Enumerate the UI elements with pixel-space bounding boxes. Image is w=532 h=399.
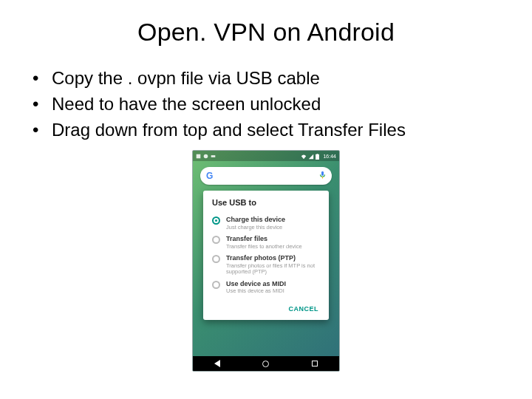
usb-option-transfer-files[interactable]: Transfer files Transfer files to another…	[212, 232, 320, 251]
option-label: Charge this device	[226, 216, 320, 223]
bullet-item: Copy the . ovpn file via USB cable	[33, 66, 510, 92]
option-subtext: Transfer files to another device	[226, 244, 320, 250]
slide-title: Open. VPN on Android	[22, 18, 510, 47]
android-nav-bar	[193, 356, 339, 371]
signal-icon	[308, 154, 313, 159]
svg-rect-2	[211, 155, 216, 157]
option-subtext: Just charge this device	[226, 225, 320, 231]
svg-rect-0	[197, 154, 201, 159]
battery-icon	[316, 154, 321, 159]
bullet-item: Need to have the screen unlocked	[33, 92, 510, 117]
radio-icon	[212, 236, 220, 244]
option-label: Transfer photos (PTP)	[226, 254, 320, 262]
option-subtext: Use this device as MIDI	[226, 288, 320, 295]
svg-rect-3	[316, 154, 320, 160]
notification-icon	[196, 154, 201, 159]
svg-point-1	[204, 154, 208, 159]
status-time: 16:44	[323, 154, 336, 159]
svg-rect-5	[321, 171, 324, 176]
wifi-icon	[301, 154, 306, 159]
radio-icon	[212, 255, 220, 263]
notification-icon	[211, 154, 216, 159]
usb-option-charge[interactable]: Charge this device Just charge this devi…	[212, 213, 320, 232]
bullet-item: Drag down from top and select Transfer F…	[33, 117, 510, 143]
phone-screen: 16:44 G Use USB to Charge this device Ju…	[192, 150, 340, 372]
phone-screenshot: 16:44 G Use USB to Charge this device Ju…	[192, 150, 340, 372]
back-icon[interactable]	[214, 360, 220, 367]
google-search-bar[interactable]: G	[200, 167, 332, 185]
radio-icon	[212, 281, 220, 289]
notification-icon	[203, 154, 208, 159]
bullet-list: Copy the . ovpn file via USB cable Need …	[22, 66, 510, 143]
usb-option-midi[interactable]: Use device as MIDI Use this device as MI…	[212, 277, 320, 296]
usb-option-ptp[interactable]: Transfer photos (PTP) Transfer photos or…	[212, 251, 320, 277]
option-label: Transfer files	[226, 235, 320, 242]
cancel-button[interactable]: CANCEL	[287, 302, 321, 316]
usb-dialog: Use USB to Charge this device Just charg…	[203, 191, 329, 320]
dialog-title: Use USB to	[212, 198, 320, 207]
option-label: Use device as MIDI	[226, 280, 320, 287]
radio-selected-icon	[212, 216, 220, 225]
status-bar: 16:44	[193, 151, 339, 161]
slide: Open. VPN on Android Copy the . ovpn fil…	[0, 0, 532, 399]
recents-icon[interactable]	[312, 361, 318, 366]
mic-icon[interactable]	[319, 169, 326, 183]
home-icon[interactable]	[262, 361, 269, 367]
option-subtext: Transfer photos or files if MTP is not s…	[226, 263, 320, 276]
svg-rect-4	[317, 154, 318, 154]
google-logo: G	[206, 171, 213, 181]
